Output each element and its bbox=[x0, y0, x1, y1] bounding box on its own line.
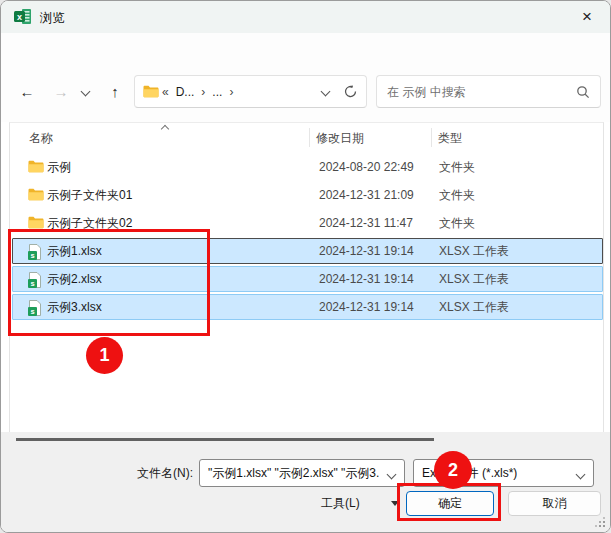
resize-splitter[interactable] bbox=[16, 438, 434, 441]
address-bar[interactable]: « D... › ... › bbox=[134, 75, 367, 108]
column-divider[interactable] bbox=[431, 128, 432, 147]
column-header-name[interactable]: 名称 bbox=[29, 130, 53, 147]
dialog-footer: 文件名(N): "示例1.xlsx" "示例2.xlsx" "示例3. Exce… bbox=[1, 432, 610, 532]
file-date: 2024-12-31 21:09 bbox=[319, 183, 414, 208]
excel-app-icon: x bbox=[14, 8, 32, 25]
folder-row[interactable]: 示例 2024-08-20 22:49 文件夹 bbox=[12, 154, 603, 180]
folder-icon bbox=[143, 85, 159, 98]
folder-icon bbox=[28, 216, 44, 229]
file-name: 示例子文件夹01 bbox=[47, 183, 132, 208]
file-date: 2024-12-31 19:14 bbox=[319, 267, 414, 292]
window-title: 浏览 bbox=[40, 10, 65, 27]
file-name: 示例 bbox=[47, 155, 71, 180]
title-bar: x 浏览 × bbox=[1, 1, 610, 33]
back-button[interactable]: ← bbox=[13, 77, 41, 105]
up-button[interactable]: ↑ bbox=[101, 77, 129, 105]
annotation-rect-selected-files bbox=[8, 229, 210, 336]
filename-combobox[interactable]: "示例1.xlsx" "示例2.xlsx" "示例3. bbox=[199, 459, 405, 487]
folder-icon bbox=[28, 160, 44, 173]
breadcrumb-separator-icon: › bbox=[229, 85, 233, 99]
tools-button[interactable]: 工具(L) bbox=[321, 491, 399, 515]
list-header: 名称 修改日期 类型 bbox=[10, 123, 603, 152]
file-type: 文件夹 bbox=[439, 155, 475, 180]
search-icon bbox=[576, 85, 590, 99]
forward-button: → bbox=[47, 77, 75, 105]
file-date: 2024-12-31 19:14 bbox=[319, 295, 414, 320]
column-header-date[interactable]: 修改日期 bbox=[316, 130, 364, 147]
search-box[interactable] bbox=[376, 75, 601, 108]
file-date: 2024-12-31 11:47 bbox=[319, 211, 413, 236]
tools-label: 工具(L) bbox=[321, 495, 360, 512]
file-type: 文件夹 bbox=[439, 211, 475, 236]
chevron-down-icon[interactable] bbox=[576, 470, 586, 480]
file-type: XLSX 工作表 bbox=[439, 267, 509, 292]
column-divider[interactable] bbox=[309, 128, 310, 147]
annotation-step-1-badge: 1 bbox=[86, 337, 123, 374]
close-button[interactable]: × bbox=[564, 1, 610, 33]
column-header-type[interactable]: 类型 bbox=[438, 130, 462, 147]
breadcrumb-ellipsis[interactable]: « bbox=[162, 85, 169, 99]
recent-locations-chevron-icon[interactable] bbox=[81, 87, 91, 97]
resize-grip-icon[interactable] bbox=[594, 516, 606, 528]
chevron-down-icon[interactable] bbox=[387, 470, 397, 480]
file-date: 2024-12-31 19:14 bbox=[319, 239, 414, 264]
annotation-step-2-badge: 2 bbox=[434, 451, 472, 489]
breadcrumb-separator-icon: › bbox=[201, 85, 205, 99]
folder-row[interactable]: 示例子文件夹01 2024-12-31 21:09 文件夹 bbox=[12, 182, 603, 208]
browse-dialog: x 浏览 × ← → ↑ « D... › ... › bbox=[0, 0, 611, 533]
sort-ascending-icon bbox=[161, 125, 169, 133]
refresh-icon[interactable] bbox=[343, 84, 358, 99]
file-type: XLSX 工作表 bbox=[439, 295, 509, 320]
cancel-button[interactable]: 取消 bbox=[508, 491, 601, 516]
svg-text:x: x bbox=[17, 12, 22, 22]
breadcrumb-segment[interactable]: D... bbox=[176, 85, 195, 99]
address-dropdown-chevron-icon[interactable] bbox=[321, 87, 331, 97]
ok-button[interactable]: 确定 bbox=[406, 491, 494, 516]
file-type: 文件夹 bbox=[439, 183, 475, 208]
search-input[interactable] bbox=[387, 85, 576, 99]
filename-value: "示例1.xlsx" "示例2.xlsx" "示例3. bbox=[208, 465, 379, 482]
file-type: XLSX 工作表 bbox=[439, 239, 509, 264]
file-date: 2024-08-20 22:49 bbox=[319, 155, 414, 180]
dialog-chrome: ← → ↑ « D... › ... › bbox=[1, 33, 610, 122]
breadcrumb-segment[interactable]: ... bbox=[212, 85, 222, 99]
folder-icon bbox=[28, 188, 44, 201]
filename-label: 文件名(N): bbox=[97, 459, 193, 487]
